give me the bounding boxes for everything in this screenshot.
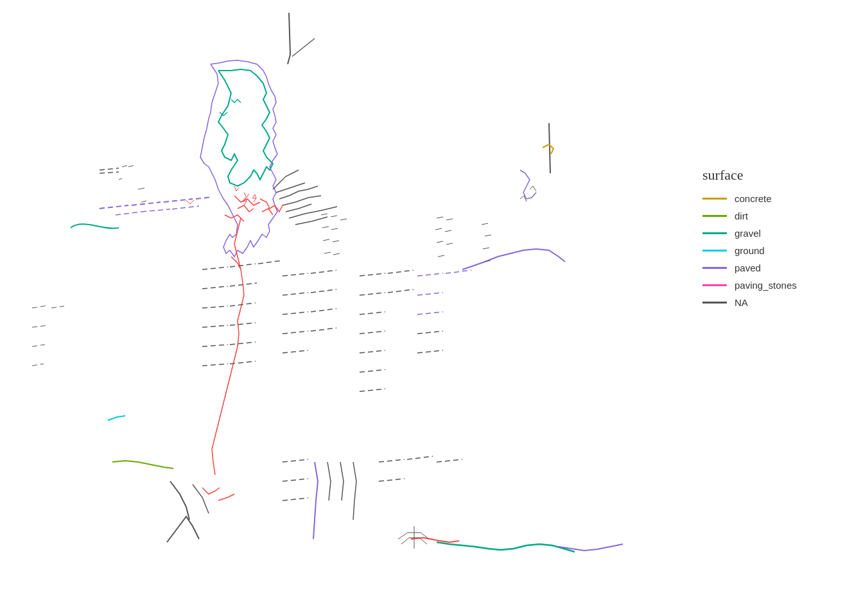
legend-title: surface (702, 167, 844, 184)
legend-item-paving_stones: paving_stones (702, 280, 844, 291)
legend-item-NA: NA (702, 297, 844, 308)
map-canvas (0, 0, 706, 616)
legend-item-ground: ground (702, 245, 844, 256)
legend-item-dirt: dirt (702, 210, 844, 221)
legend-item-paved: paved (702, 262, 844, 273)
legend: surface (702, 167, 844, 193)
legend-item-concrete: concrete (702, 193, 844, 204)
legend-item-gravel: gravel (702, 228, 844, 239)
